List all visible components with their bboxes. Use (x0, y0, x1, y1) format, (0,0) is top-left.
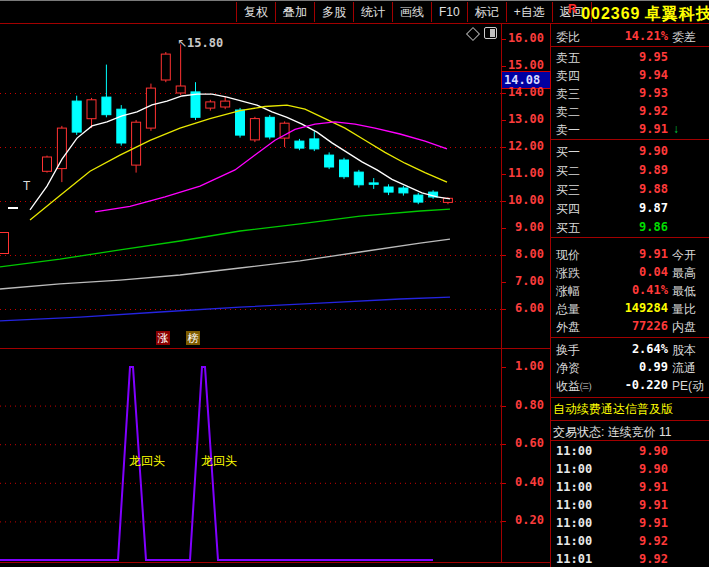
tick-price: 9.91 (639, 480, 668, 494)
price-axis-label: 13.00 (502, 112, 544, 126)
bid-row-买一[interactable]: 买一9.90 (551, 142, 709, 161)
axis-tick-mark (502, 228, 506, 229)
quote-row-label: 卖二 (556, 104, 580, 121)
quote-row-label: 涨幅 (556, 283, 580, 300)
axis-tick-mark (502, 406, 506, 407)
ask-row-卖三[interactable]: 卖三9.93 (551, 84, 709, 102)
info-row-换手: 换手2.64%股本 (551, 340, 709, 358)
bid-row-买二[interactable]: 买二9.89 (551, 161, 709, 180)
quote-row-right-label: 委差 (672, 29, 696, 46)
quote-row-right-label: 股本 (672, 342, 696, 359)
quote-row-value: 14.21% (625, 29, 668, 43)
tick-time: 11:00 (556, 498, 592, 512)
info-row-净资: 净资0.99流通 (551, 358, 709, 376)
quote-row-right-label: PE(动 (672, 378, 704, 395)
indicator-axis-label: 0.60 (502, 436, 544, 450)
tick-time: 11:00 (556, 516, 592, 530)
tick-time: 11:00 (556, 444, 592, 458)
price-axis-label: 9.00 (502, 220, 544, 234)
quote-row-label: 买五 (556, 220, 580, 237)
tdx-window: 复权叠加多股统计画线F10标记+自选返回 R 002369 卓翼科技 ↖15.8… (0, 0, 709, 567)
panel-separator (551, 420, 709, 421)
tick-row: 11:009.90 (551, 442, 709, 460)
axis-tick-mark (502, 521, 506, 522)
toolbar-button-6[interactable]: F10 (432, 2, 468, 22)
axis-tick-mark (502, 147, 506, 148)
signal-label: 龙回头 (129, 453, 165, 470)
toolbar-button-5[interactable]: 画线 (393, 2, 432, 22)
bid-row-买四[interactable]: 买四9.87 (551, 199, 709, 218)
chart-dash-marker (8, 207, 18, 209)
panel-separator (551, 440, 709, 441)
high-price-annotation: ↖15.80 (177, 36, 223, 50)
weibi-row: 委比14.21%委差 (551, 27, 709, 45)
bid-row-买五[interactable]: 买五9.86 (551, 218, 709, 237)
toolbar-button-8[interactable]: +自选 (507, 2, 553, 22)
axis-tick-mark (502, 282, 506, 283)
split-panel-icon[interactable] (484, 27, 497, 39)
toolbar-button-7[interactable]: 标记 (468, 2, 507, 22)
quote-row-label: 买四 (556, 201, 580, 218)
tick-price: 9.92 (639, 552, 668, 566)
quote-row-value: 0.41% (632, 283, 668, 297)
axis-tick-mark (502, 39, 506, 40)
info-row-现价: 现价9.91今开 (551, 245, 709, 263)
quote-row-value: -0.220 (625, 378, 668, 392)
quote-row-label: 换手 (556, 342, 580, 359)
axis-tick-mark (502, 66, 506, 67)
axis-tick-mark (502, 255, 506, 256)
axis-tick-mark (502, 174, 506, 175)
tick-row: 11:009.91 (551, 496, 709, 514)
ask-row-卖一[interactable]: 卖一9.91↓ (551, 120, 709, 138)
info-row-总量: 总量149284量比 (551, 299, 709, 317)
quote-row-right-label: 最高 (672, 265, 696, 282)
chart-t-marker: T (23, 179, 30, 193)
tick-row: 11:009.91 (551, 478, 709, 496)
notice-marquee[interactable]: 自动续费通达信普及版 (553, 401, 709, 418)
quote-row-value: 9.92 (639, 104, 668, 118)
main-chart-area[interactable] (0, 24, 501, 348)
bid-row-买三[interactable]: 买三9.88 (551, 180, 709, 199)
trade-status: 交易状态: 连续竞价 11 (553, 424, 709, 441)
price-down-arrow-icon: ↓ (673, 122, 679, 136)
ask-row-卖四[interactable]: 卖四9.94 (551, 66, 709, 84)
tick-price: 9.90 (639, 444, 668, 458)
indicator-chart-area[interactable] (0, 349, 501, 563)
panel-separator (551, 337, 709, 338)
ask-row-卖五[interactable]: 卖五9.95 (551, 48, 709, 66)
tick-row: 11:009.92 (551, 532, 709, 550)
price-axis-label: 11.00 (502, 166, 544, 180)
tick-price: 9.91 (639, 516, 668, 530)
annotation-text: 15.80 (187, 36, 223, 50)
ask-row-卖二[interactable]: 卖二9.92 (551, 102, 709, 120)
quote-row-value: 149284 (625, 301, 668, 315)
tick-time: 11:00 (556, 462, 592, 476)
toolbar-button-1[interactable]: 复权 (237, 2, 276, 22)
axis-tick-mark (502, 93, 506, 94)
quote-row-right-label: 流通 (672, 360, 696, 377)
quote-row-right-label: 内盘 (672, 319, 696, 336)
price-axis-label: 6.00 (502, 301, 544, 315)
toolbar-button-2[interactable]: 叠加 (276, 2, 315, 22)
quote-row-value: 9.89 (639, 163, 668, 177)
quote-row-value: 9.91 (639, 122, 668, 136)
price-axis-label: 8.00 (502, 247, 544, 261)
tick-time: 11:01 (556, 552, 592, 566)
bang-badge[interactable]: 榜 (186, 331, 200, 345)
toolbar-button-3[interactable]: 多股 (315, 2, 354, 22)
annotation-arrow-icon: ↖ (177, 36, 187, 50)
zhang-badge[interactable]: 涨 (156, 331, 170, 345)
toolbar-button-4[interactable]: 统计 (354, 2, 393, 22)
quote-row-value: 0.99 (639, 360, 668, 374)
info-row-涨跌: 涨跌0.04最高 (551, 263, 709, 281)
axis-tick-mark (502, 367, 506, 368)
axis-tick-mark (502, 444, 506, 445)
info-row-外盘: 外盘77226内盘 (551, 317, 709, 335)
quote-row-label: 卖三 (556, 86, 580, 103)
price-axis-label: 10.00 (502, 193, 544, 207)
quote-row-value: 9.91 (639, 247, 668, 261)
quote-row-value: 9.86 (639, 220, 668, 234)
axis-tick-mark (502, 201, 506, 202)
quote-row-value: 9.87 (639, 201, 668, 215)
price-axis-label: 15.00 (502, 58, 544, 72)
